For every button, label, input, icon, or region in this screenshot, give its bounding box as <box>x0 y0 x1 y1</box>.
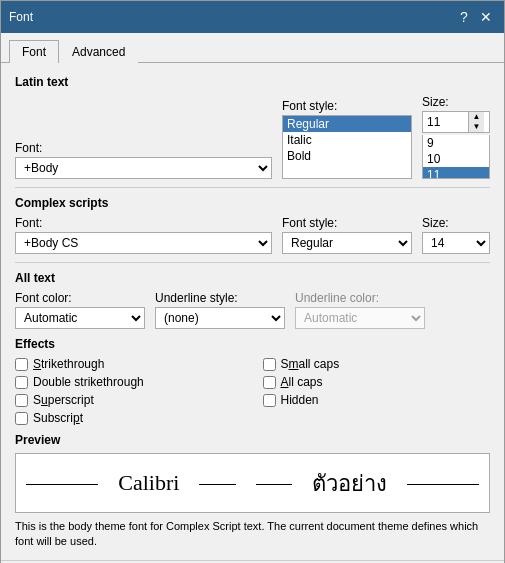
style-regular[interactable]: Regular <box>283 116 411 132</box>
size-11[interactable]: 11 <box>423 167 489 179</box>
font-field: Font: +Body <box>15 141 272 179</box>
size-input[interactable] <box>423 112 468 132</box>
size-up-button[interactable]: ▲ <box>469 112 484 122</box>
size-list[interactable]: 9 10 11 <box>422 135 490 179</box>
hidden-label[interactable]: Hidden <box>281 393 319 407</box>
cs-font-label: Font: <box>15 216 272 230</box>
underline-style-field: Underline style: (none) <box>155 291 285 329</box>
double-strikethrough-label[interactable]: Double strikethrough <box>33 375 144 389</box>
dialog-content: Latin text Font: +Body Font style: Regul… <box>1 63 504 560</box>
cs-size-select[interactable]: 14 <box>422 232 490 254</box>
superscript-label[interactable]: Superscript <box>33 393 94 407</box>
font-color-field: Font color: Automatic <box>15 291 145 329</box>
cs-font-field: Font: +Body CS <box>15 216 272 254</box>
effects-grid: Strikethrough Double strikethrough Super… <box>15 357 490 425</box>
font-dialog: Font ? ✕ Font Advanced Latin text Font: … <box>0 0 505 563</box>
font-style-field: Font style: Regular Italic Bold <box>282 99 412 179</box>
cs-style-field: Font style: Regular <box>282 216 412 254</box>
font-style-list[interactable]: Regular Italic Bold <box>282 115 412 179</box>
size-arrows: ▲ ▼ <box>468 112 484 132</box>
preview-underline-mid2 <box>256 482 292 485</box>
preview-underline-left <box>26 482 98 485</box>
underline-style-label: Underline style: <box>155 291 285 305</box>
style-italic[interactable]: Italic <box>283 132 411 148</box>
size-9[interactable]: 9 <box>423 135 489 151</box>
title-bar: Font ? ✕ <box>1 1 504 33</box>
help-button[interactable]: ? <box>454 7 474 27</box>
superscript-item: Superscript <box>15 393 243 407</box>
tabs-bar: Font Advanced <box>1 33 504 63</box>
subscript-checkbox[interactable] <box>15 412 28 425</box>
cs-style-label: Font style: <box>282 216 412 230</box>
size-field: Size: ▲ ▼ 9 10 11 <box>422 95 490 179</box>
complex-scripts-fields: Font: +Body CS Font style: Regular Size:… <box>15 216 490 254</box>
title-bar-buttons: ? ✕ <box>454 7 496 27</box>
double-strikethrough-item: Double strikethrough <box>15 375 243 389</box>
underline-color-select[interactable]: Automatic <box>295 307 425 329</box>
separator-1 <box>15 187 490 188</box>
size-10[interactable]: 10 <box>423 151 489 167</box>
size-label: Size: <box>422 95 490 109</box>
subscript-label[interactable]: Subscript <box>33 411 83 425</box>
font-label: Font: <box>15 141 272 155</box>
subscript-item: Subscript <box>15 411 243 425</box>
font-color-label: Font color: <box>15 291 145 305</box>
cs-style-select[interactable]: Regular <box>282 232 412 254</box>
effects-section: Effects Strikethrough Double strikethrou… <box>15 337 490 425</box>
preview-font-name: Calibri <box>118 470 179 496</box>
all-caps-item: All caps <box>263 375 491 389</box>
double-strikethrough-checkbox[interactable] <box>15 376 28 389</box>
small-caps-item: Small caps <box>263 357 491 371</box>
strikethrough-label[interactable]: Strikethrough <box>33 357 104 371</box>
all-caps-checkbox[interactable] <box>263 376 276 389</box>
tab-font[interactable]: Font <box>9 40 59 63</box>
preview-thai-text: ตัวอย่าง <box>312 466 387 501</box>
style-bold[interactable]: Bold <box>283 148 411 164</box>
preview-label: Preview <box>15 433 490 447</box>
hidden-item: Hidden <box>263 393 491 407</box>
strikethrough-checkbox[interactable] <box>15 358 28 371</box>
close-button[interactable]: ✕ <box>476 7 496 27</box>
effects-label: Effects <box>15 337 490 351</box>
font-color-select[interactable]: Automatic <box>15 307 145 329</box>
size-input-row: ▲ ▼ <box>422 111 490 133</box>
complex-scripts-label: Complex scripts <box>15 196 490 210</box>
preview-section: Preview Calibri ตัวอย่าง This is the bod… <box>15 433 490 550</box>
latin-text-fields: Font: +Body Font style: Regular Italic B… <box>15 95 490 179</box>
dialog-title: Font <box>9 10 33 24</box>
all-text-fields: Font color: Automatic Underline style: (… <box>15 291 490 329</box>
font-select[interactable]: +Body <box>15 157 272 179</box>
small-caps-label[interactable]: Small caps <box>281 357 340 371</box>
description-text: This is the body theme font for Complex … <box>15 519 490 550</box>
font-style-label: Font style: <box>282 99 412 113</box>
tab-advanced[interactable]: Advanced <box>59 40 138 63</box>
size-down-button[interactable]: ▼ <box>469 122 484 132</box>
cs-font-select[interactable]: +Body CS <box>15 232 272 254</box>
hidden-checkbox[interactable] <box>263 394 276 407</box>
latin-text-section-label: Latin text <box>15 75 490 89</box>
preview-text: Calibri ตัวอย่าง <box>26 466 479 501</box>
preview-box: Calibri ตัวอย่าง <box>15 453 490 513</box>
separator-2 <box>15 262 490 263</box>
underline-color-label: Underline color: <box>295 291 425 305</box>
underline-color-field: Underline color: Automatic <box>295 291 425 329</box>
preview-underline-mid <box>199 482 235 485</box>
effects-left-col: Strikethrough Double strikethrough Super… <box>15 357 243 425</box>
cs-size-field: Size: 14 <box>422 216 490 254</box>
strikethrough-item: Strikethrough <box>15 357 243 371</box>
superscript-checkbox[interactable] <box>15 394 28 407</box>
all-text-label: All text <box>15 271 490 285</box>
underline-style-select[interactable]: (none) <box>155 307 285 329</box>
small-caps-checkbox[interactable] <box>263 358 276 371</box>
cs-size-label: Size: <box>422 216 490 230</box>
all-caps-label[interactable]: All caps <box>281 375 323 389</box>
effects-right-col: Small caps All caps Hidden <box>263 357 491 425</box>
preview-underline-right <box>407 482 479 485</box>
